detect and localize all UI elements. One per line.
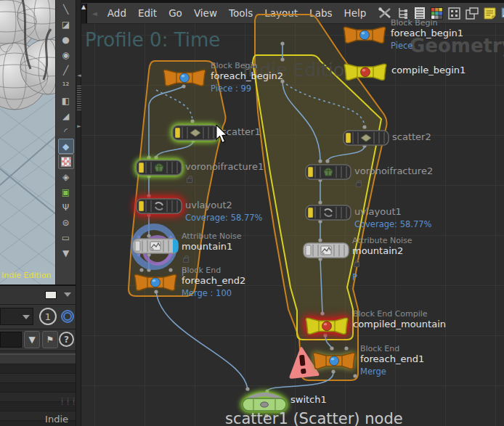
display-set-badge[interactable]: 1	[39, 308, 57, 325]
pane-splitter[interactable]: ◄ ►	[76, 0, 81, 426]
draw-tool-icon[interactable]: ╱	[58, 62, 74, 78]
node-labels: Attribute Noisemountain2P	[352, 236, 412, 282]
node-name-label: foreach_begin1	[391, 28, 463, 38]
node-compiled_mountain[interactable]: Block End Compilecompiled_mountain	[304, 315, 350, 340]
node-labels: switch1	[290, 394, 327, 405]
snap-tool-icon[interactable]: ◪	[58, 17, 74, 32]
node-body-uvlayout1[interactable]	[305, 204, 351, 224]
filter-row: ▼ ⚑ ?	[0, 329, 76, 351]
node-uvlayout2[interactable]: uvlayout2Coverage: 58.77%	[136, 197, 182, 218]
help-button[interactable]: ?	[59, 332, 74, 347]
node-foreach_end2[interactable]: Block Endforeach_end2Merge : 100	[132, 271, 179, 296]
node-body-scatter2[interactable]	[343, 129, 389, 149]
node-type-label: Block Begin	[391, 18, 463, 28]
mouse-cursor	[214, 125, 229, 144]
node-body-voronoifracture2[interactable]	[305, 163, 351, 184]
node-mountain1[interactable]: Attribute Noisemountain1P	[132, 237, 179, 258]
node-body-uvlayout2[interactable]	[136, 197, 182, 218]
node-labels: scatter2	[392, 131, 431, 142]
node-voronoifracture2[interactable]: voronoifracture2	[305, 163, 351, 184]
more-tools-arrow[interactable]: ▼	[58, 245, 74, 261]
curve-tool-icon[interactable]: ◜	[58, 123, 74, 139]
left-bottom-panel: 1 ▼ ⚑ ? ⋮⋮⋮⋮⋮⋮ Indie	[0, 284, 76, 426]
uv-view-tool-icon[interactable]: ◈	[58, 169, 74, 184]
group-tool-icon[interactable]: ⊜	[58, 215, 74, 230]
plane-count-tool-icon[interactable]: ◢	[58, 108, 74, 123]
node-labels: compile_begin1	[391, 65, 466, 75]
node-foreach_begin1[interactable]: Block Beginforeach_begin1Piece	[341, 24, 388, 49]
node-name-label: voronoifracture1	[185, 161, 264, 172]
node-labels: uvlayout1Coverage: 58.77%	[354, 206, 431, 229]
node-compile_begin1[interactable]: compile_begin1	[342, 61, 389, 86]
node-type-label: Block End	[182, 266, 245, 275]
node-body-compile_begin1[interactable]	[342, 61, 389, 86]
node-labels: Block End Compilecompiled_mountain	[353, 309, 446, 329]
node-body-mountain1[interactable]	[132, 237, 179, 258]
network-editor[interactable]: Profile 0: Time Indie Edition Geometry B…	[81, 0, 504, 426]
node-name-label: voronoifracture2	[354, 165, 433, 176]
lock-icon	[187, 178, 192, 183]
node-foreach_end1[interactable]: Block Endforeach_end1Merge	[311, 350, 357, 374]
node-type-label: Block Begin	[211, 61, 283, 70]
viewport-tool-column: ╲◪●◉╱¹²◧◢◜◆◈▣Ψ⊜▭▼	[55, 0, 76, 284]
node-scatter1[interactable]: scatter1	[172, 124, 219, 144]
lock-icon	[354, 262, 359, 267]
lock-icon	[356, 182, 362, 187]
node-body-compiled_mountain[interactable]	[304, 315, 350, 340]
node-voronoifracture1[interactable]: voronoifracture1	[136, 159, 182, 179]
point-tool-icon[interactable]: ●	[58, 32, 74, 47]
node-name-label: mountain1	[182, 241, 242, 252]
node-labels: voronoifracture1	[185, 161, 264, 186]
node-name-label: mountain2	[352, 245, 412, 256]
indie-label: Indie	[45, 414, 68, 425]
point-handle-tool-icon[interactable]: ◉	[58, 47, 74, 62]
node-uvlayout1[interactable]: uvlayout1Coverage: 58.77%	[305, 204, 351, 224]
display-set-dropdown[interactable]	[0, 308, 33, 325]
node-labels: uvlayout2Coverage: 58.77%	[185, 200, 262, 223]
brush-tool-icon[interactable]: ◆	[58, 139, 74, 154]
node-foreach_begin2[interactable]: Block Beginforeach_begin2Piece : 99	[161, 67, 208, 91]
normals-tool-icon[interactable]: Ψ	[58, 200, 74, 215]
node-labels: Block Endforeach_end1Merge	[360, 344, 424, 377]
swatch-dropdown-arrow[interactable]	[64, 292, 71, 297]
node-body-mountain2[interactable]	[303, 242, 349, 262]
display-set-row: 1	[0, 305, 76, 329]
node-info-label: Merge : 100	[182, 288, 245, 298]
node-name-label: uvlayout1	[354, 206, 431, 217]
node-scatter2[interactable]: scatter2	[343, 129, 389, 149]
node-body-foreach_end2[interactable]	[132, 271, 179, 296]
houdini-window: Indie Edition ╲◪●◉╱¹²◧◢◜◆◈▣Ψ⊜▭▼ 1 ▼ ⚑ ? …	[0, 0, 504, 426]
node-info-label: Merge	[360, 366, 424, 377]
pin-button[interactable]: ⚑	[42, 331, 58, 348]
node-body-foreach_begin1[interactable]	[341, 24, 388, 49]
node-mountain2[interactable]: Attribute Noisemountain2P	[303, 242, 349, 262]
network-status-text: scatter1 (Scatter) node	[225, 410, 403, 426]
viewport-3d[interactable]: Indie Edition	[0, 0, 55, 284]
color-swatch[interactable]	[45, 291, 57, 299]
plane-tool-icon[interactable]: ◧	[58, 93, 74, 108]
node-body-scatter1[interactable]	[172, 124, 219, 144]
node-name-label: scatter2	[392, 131, 431, 142]
node-labels: Block Beginforeach_begin1Piece	[391, 18, 463, 51]
target-icon[interactable]	[61, 310, 74, 323]
node-type-label: Attribute Noise	[182, 232, 242, 241]
node-type-label: Block End	[360, 344, 424, 353]
node-info-label: Piece : 99	[211, 83, 283, 94]
filter-field[interactable]	[0, 332, 22, 348]
node-labels: voronoifracture2	[354, 165, 433, 190]
node-body-foreach_begin2[interactable]	[161, 67, 208, 91]
node-labels: Block Endforeach_end2Merge : 100	[182, 266, 245, 298]
node-body-foreach_end1[interactable]	[311, 350, 357, 374]
secure-selection-tool-icon[interactable]: ╲	[58, 1, 74, 17]
uv-layout-tool-icon[interactable]: ▣	[58, 184, 74, 200]
filter-funnel-button[interactable]: ▼	[24, 331, 40, 348]
point-count-tool-icon[interactable]: ¹²	[58, 78, 74, 93]
funnel-icon: ▼	[28, 335, 35, 345]
parameter-table[interactable]: ⋮⋮⋮⋮⋮⋮ Indie	[0, 353, 76, 426]
texture-tool-icon[interactable]	[58, 154, 74, 169]
node-body-voronoifracture1[interactable]	[136, 159, 182, 179]
node-type-label: Block End Compile	[353, 309, 446, 319]
panel-tool-icon[interactable]: ▭	[58, 230, 74, 245]
node-name-label: foreach_end2	[182, 275, 245, 286]
node-info-label: Coverage: 58.77%	[354, 219, 431, 229]
